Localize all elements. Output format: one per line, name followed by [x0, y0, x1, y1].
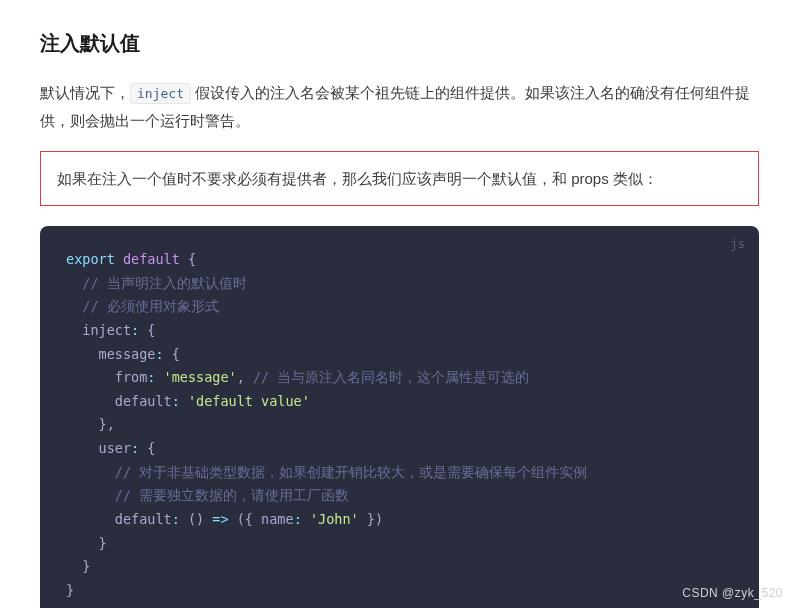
code-line: } — [66, 579, 733, 603]
code-line: // 需要独立数据的，请使用工厂函数 — [66, 484, 733, 508]
code-line: // 必须使用对象形式 — [66, 295, 733, 319]
code-line: export default { — [66, 248, 733, 272]
code-language-badge: js — [731, 234, 745, 255]
code-line: default: 'default value' — [66, 390, 733, 414]
code-block: js export default { // 当声明注入的默认值时 // 必须使… — [40, 226, 759, 608]
code-line: }, — [66, 413, 733, 437]
section-heading: 注入默认值 — [40, 30, 759, 57]
code-line: default: () => ({ name: 'John' }) — [66, 508, 733, 532]
highlight-callout: 如果在注入一个值时不要求必须有提供者，那么我们应该声明一个默认值，和 props… — [40, 151, 759, 207]
paragraph-before: 默认情况下， — [40, 84, 130, 101]
code-line: from: 'message', // 当与原注入名同名时，这个属性是可选的 — [66, 366, 733, 390]
watermark: CSDN @zyk_520 — [682, 586, 783, 600]
intro-paragraph: 默认情况下，inject 假设传入的注入名会被某个祖先链上的组件提供。如果该注入… — [40, 79, 759, 135]
code-line: inject: { — [66, 319, 733, 343]
code-line: // 对于非基础类型数据，如果创建开销比较大，或是需要确保每个组件实例 — [66, 461, 733, 485]
code-line: message: { — [66, 343, 733, 367]
code-line: // 当声明注入的默认值时 — [66, 272, 733, 296]
inline-code-inject: inject — [130, 83, 191, 104]
code-line: } — [66, 555, 733, 579]
code-line: } — [66, 532, 733, 556]
highlight-text: 如果在注入一个值时不要求必须有提供者，那么我们应该声明一个默认值，和 props… — [57, 170, 658, 187]
code-line: user: { — [66, 437, 733, 461]
